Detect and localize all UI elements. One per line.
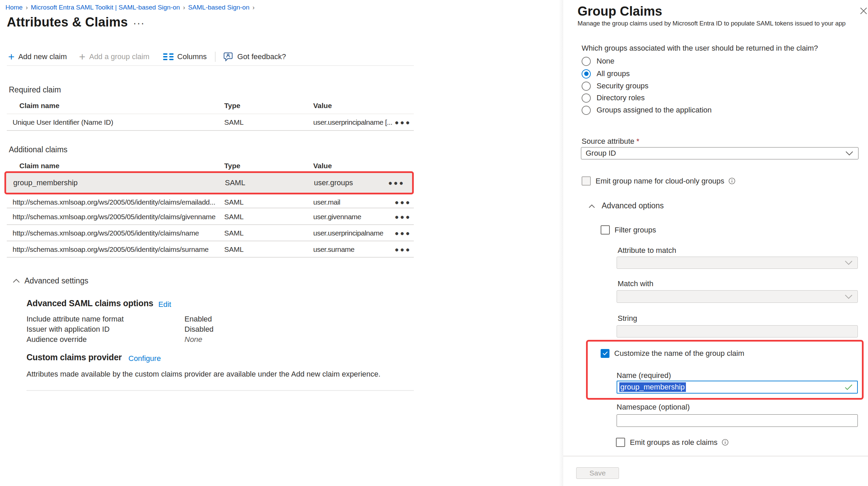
claim-type-cell: SAML [225,178,245,187]
required-claim-row[interactable]: Unique User Identifier (Name ID) SAML us… [7,114,414,131]
option-value: None [184,335,202,344]
got-feedback-button[interactable]: Got feedback? [224,52,286,62]
claim-row[interactable]: http://schemas.xmlsoap.org/ws/2005/05/id… [7,242,414,258]
radio-directory-roles[interactable]: Directory roles [582,92,645,104]
group-claims-question: Which groups associated with the user sh… [582,44,818,53]
panel-title: Group Claims [578,4,662,19]
add-new-claim-label: Add new claim [18,52,67,61]
additional-claims-heading: Additional claims [9,145,68,154]
option-label: Audience override [26,335,87,344]
claim-name-cell[interactable]: Unique User Identifier (Name ID) [13,118,218,126]
close-icon [859,6,868,15]
required-asterisk: * [636,137,639,145]
breadcrumb-home[interactable]: Home [5,4,23,11]
radio-all-groups[interactable]: All groups [582,68,630,80]
claim-row[interactable]: http://schemas.xmlsoap.org/ws/2005/05/id… [7,226,414,241]
claim-value-cell: user.groups [314,178,353,187]
columns-icon [163,53,174,60]
row-menu-button[interactable]: ●●● [395,118,411,126]
toolbar-underline [7,65,414,66]
title-more-button[interactable]: ⋅⋅⋅ [133,18,145,30]
attribute-to-match-dropdown[interactable] [617,257,858,269]
radio-groups-assigned[interactable]: Groups assigned to the application [582,104,712,116]
row-menu-button[interactable]: ●●● [388,179,405,187]
column-value: Value [313,162,332,170]
namespace-label: Namespace (optional) [617,403,690,412]
claim-value-cell: user.userprincipalname [... [313,118,392,126]
toolbar-divider [215,52,215,62]
filter-groups-label: Filter groups [615,226,656,235]
emit-roles-label: Emit groups as role claims [630,438,718,447]
checkbox-checked-icon[interactable] [601,349,609,358]
claim-name-cell[interactable]: http://schemas.xmlsoap.org/ws/2005/05/id… [13,213,218,221]
claim-type-cell: SAML [224,118,244,126]
radio-label: None [597,57,615,66]
emit-roles-checkbox-row[interactable]: Emit groups as role claims [616,437,729,447]
radio-icon [582,82,591,91]
radio-label: Directory roles [597,93,645,102]
option-value: Enabled [184,315,212,324]
radio-icon [582,106,591,115]
valid-check-icon [844,384,853,390]
edit-link[interactable]: Edit [158,300,171,309]
radio-label: Groups assigned to the application [597,106,712,115]
claim-name-cell[interactable]: http://schemas.xmlsoap.org/ws/2005/05/id… [13,198,218,206]
column-type: Type [224,102,240,110]
claim-row[interactable]: http://schemas.xmlsoap.org/ws/2005/05/id… [7,209,414,225]
add-new-claim-button[interactable]: + Add new claim [8,52,67,62]
column-value: Value [313,102,332,110]
source-attribute-label: Source attribute* [582,137,639,146]
row-menu-button[interactable]: ●●● [395,198,411,206]
advanced-settings-label[interactable]: Advanced settings [24,276,88,285]
add-group-claim-button[interactable]: + Add a group claim [79,52,149,62]
checkbox-unchecked-icon[interactable] [582,176,591,186]
claim-row[interactable]: http://schemas.xmlsoap.org/ws/2005/05/id… [7,196,414,208]
highlighted-claim-row[interactable]: group_membership SAML user.groups ●●● [4,171,414,194]
claim-name-cell[interactable]: group_membership [13,178,78,187]
advanced-options-toggle[interactable]: Advanced options [588,201,664,210]
claim-name-cell[interactable]: http://schemas.xmlsoap.org/ws/2005/05/id… [13,245,218,254]
namespace-input[interactable] [617,414,858,427]
claim-value-cell: user.userprincipalname [313,229,383,237]
name-input-value: group_membership [619,382,686,392]
breadcrumb-separator: › [183,4,185,11]
claim-value-cell: user.mail [313,198,340,206]
close-button[interactable] [857,5,868,17]
radio-none[interactable]: None [582,55,615,67]
advanced-settings-chevron[interactable] [13,278,20,284]
columns-button[interactable]: Columns [163,52,207,61]
radio-security-groups[interactable]: Security groups [582,80,649,92]
customize-name-checkbox-row[interactable]: Customize the name of the group claim [601,349,744,358]
breadcrumb: Home›Microsoft Entra SAML Toolkit | SAML… [5,4,258,11]
name-input[interactable]: group_membership [617,381,858,394]
custom-claims-description: Attributes made available by the custom … [26,370,380,379]
got-feedback-label: Got feedback? [237,52,286,61]
claim-type-cell: SAML [224,213,244,221]
info-icon[interactable] [728,177,736,185]
source-attribute-dropdown[interactable]: Group ID [581,147,858,159]
claim-type-cell: SAML [224,198,244,206]
row-menu-button[interactable]: ●●● [395,213,411,221]
checkbox-unchecked-icon[interactable] [601,225,610,235]
row-menu-button[interactable]: ●●● [395,246,411,254]
option-label: Issuer with application ID [26,325,110,334]
breadcrumb-saml-signon[interactable]: SAML-based Sign-on [188,4,250,11]
source-attribute-value: Group ID [586,149,616,158]
breadcrumb-toolkit[interactable]: Microsoft Entra SAML Toolkit | SAML-base… [31,4,180,11]
panel-left-shadow [559,0,563,486]
radio-icon [582,93,591,103]
claim-name-cell[interactable]: http://schemas.xmlsoap.org/ws/2005/05/id… [13,229,218,237]
page-title: Attributes & Claims [7,15,128,30]
info-icon[interactable] [722,439,729,446]
match-with-dropdown[interactable] [617,290,858,303]
save-button[interactable]: Save [576,467,619,479]
columns-label: Columns [177,52,207,61]
filter-groups-checkbox-row[interactable]: Filter groups [601,225,656,235]
string-input[interactable] [617,325,858,337]
checkbox-unchecked-icon[interactable] [616,438,625,447]
row-menu-button[interactable]: ●●● [395,229,411,237]
emit-group-name-checkbox-row[interactable]: Emit group name for cloud-only groups [582,176,736,186]
feedback-icon [224,52,234,62]
configure-link[interactable]: Configure [128,354,161,363]
claim-value-cell: user.surname [313,245,354,254]
